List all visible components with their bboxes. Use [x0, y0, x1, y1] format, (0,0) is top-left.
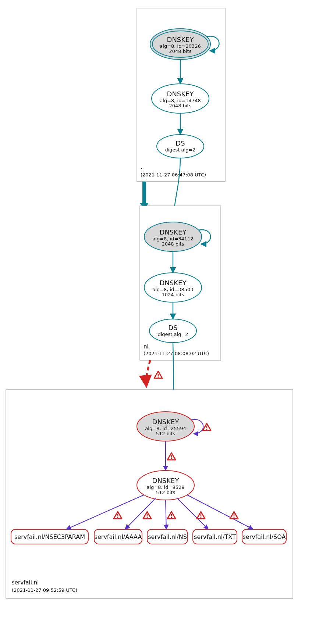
svg-text:512 bits: 512 bits	[156, 431, 176, 436]
node-nl-ds: DS digest alg=2	[149, 319, 196, 343]
svg-text:alg=8, id=8529: alg=8, id=8529	[146, 484, 184, 490]
node-sf-zsk: DNSKEY alg=8, id=8529 512 bits	[137, 471, 194, 500]
svg-text:servfail.nl/TXT: servfail.nl/TXT	[194, 533, 236, 540]
svg-text:DNSKEY: DNSKEY	[160, 279, 187, 287]
svg-text:alg=8, id=38503: alg=8, id=38503	[152, 287, 193, 292]
zone-servfail: servfail.nl (2021-11-27 09:52:59 UTC) DN…	[6, 390, 293, 598]
zone-nl-name: nl	[143, 343, 149, 350]
warning-icon	[154, 371, 162, 378]
edge-delegation-nl-sf-bogus	[146, 360, 150, 387]
svg-text:512 bits: 512 bits	[156, 490, 176, 495]
zone-servfail-timestamp: (2021-11-27 09:52:59 UTC)	[12, 587, 77, 593]
svg-text:alg=8, id=25594: alg=8, id=25594	[145, 426, 186, 431]
node-root-ksk: DNSKEY alg=8, id=20326 2048 bits	[150, 29, 210, 60]
node-sf-ksk: DNSKEY alg=8, id=25594 512 bits	[137, 412, 194, 441]
svg-text:digest alg=2: digest alg=2	[157, 332, 188, 337]
svg-text:alg=8, id=20326: alg=8, id=20326	[160, 43, 201, 49]
dnssec-graph: . (2021-11-27 06:47:08 UTC) DNSKEY alg=8…	[0, 0, 319, 644]
svg-text:DNSKEY: DNSKEY	[167, 36, 194, 43]
node-nl-zsk: DNSKEY alg=8, id=38503 1024 bits	[144, 273, 202, 302]
svg-text:DS: DS	[168, 324, 177, 332]
svg-text:DNSKEY: DNSKEY	[167, 90, 194, 98]
zone-root-timestamp: (2021-11-27 06:47:08 UTC)	[141, 172, 206, 178]
rrset-nsec3param: servfail.nl/NSEC3PARAM	[11, 529, 88, 544]
svg-text:digest alg=2: digest alg=2	[165, 147, 195, 153]
zone-servfail-name: servfail.nl	[12, 579, 39, 586]
svg-text:servfail.nl/NS: servfail.nl/NS	[148, 533, 187, 540]
zone-root: . (2021-11-27 06:47:08 UTC) DNSKEY alg=8…	[137, 8, 225, 182]
rrset-ns: servfail.nl/NS	[147, 529, 188, 544]
rrset-aaaa: servfail.nl/AAAA	[94, 529, 142, 544]
svg-text:servfail.nl/SOA: servfail.nl/SOA	[242, 533, 286, 540]
rrset-txt: servfail.nl/TXT	[193, 529, 237, 544]
zone-nl: nl (2021-11-27 08:08:02 UTC) DNSKEY alg=…	[140, 206, 221, 360]
svg-text:1024 bits: 1024 bits	[162, 292, 184, 297]
svg-text:DNSKEY: DNSKEY	[160, 228, 187, 236]
svg-text:2048 bits: 2048 bits	[162, 241, 184, 247]
svg-text:alg=8, id=14748: alg=8, id=14748	[160, 98, 201, 103]
svg-text:2048 bits: 2048 bits	[169, 103, 192, 108]
svg-text:alg=8, id=34112: alg=8, id=34112	[152, 236, 193, 242]
rrset-soa: servfail.nl/SOA	[242, 529, 286, 544]
svg-text:2048 bits: 2048 bits	[169, 49, 192, 54]
svg-text:DNSKEY: DNSKEY	[152, 477, 180, 484]
svg-text:DS: DS	[176, 139, 185, 147]
node-nl-ksk: DNSKEY alg=8, id=34112 2048 bits	[144, 222, 202, 251]
node-root-ds: DS digest alg=2	[157, 135, 204, 158]
svg-text:servfail.nl/NSEC3PARAM: servfail.nl/NSEC3PARAM	[14, 533, 85, 540]
node-root-zsk: DNSKEY alg=8, id=14748 2048 bits	[152, 84, 209, 113]
zone-root-name: .	[141, 164, 142, 171]
zone-nl-timestamp: (2021-11-27 08:08:02 UTC)	[143, 351, 209, 356]
svg-text:servfail.nl/AAAA: servfail.nl/AAAA	[95, 533, 142, 540]
svg-text:DNSKEY: DNSKEY	[152, 418, 180, 426]
